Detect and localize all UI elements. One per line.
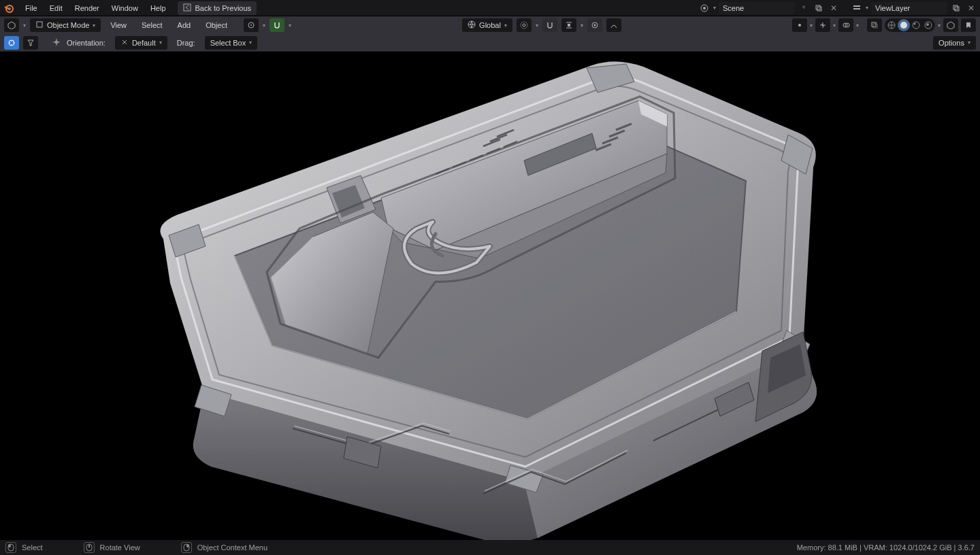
chevron-down-icon[interactable]: ▾ — [581, 22, 583, 29]
chevron-down-icon[interactable]: ▾ — [23, 22, 26, 29]
svg-rect-9 — [953, 5, 958, 10]
chevron-down-icon[interactable]: ▾ — [810, 22, 813, 29]
svg-rect-17 — [568, 24, 570, 27]
gizmo-icon[interactable] — [815, 18, 830, 32]
options-dropdown[interactable]: Options ▾ — [933, 36, 976, 50]
view-menu[interactable]: View — [105, 18, 132, 32]
mode-selector[interactable]: Object Mode ▾ — [30, 18, 101, 32]
proportional-falloff-icon[interactable] — [606, 18, 621, 32]
svg-point-15 — [523, 24, 525, 27]
pivot-icon[interactable] — [244, 18, 259, 32]
bookmark-icon[interactable] — [961, 18, 976, 32]
svg-point-27 — [913, 22, 919, 29]
svg-rect-2 — [184, 4, 191, 11]
svg-rect-5 — [816, 5, 820, 10]
svg-point-30 — [926, 23, 929, 26]
tool-settings-header: Orientation: Default ▾ Drag: Select Box … — [0, 34, 980, 52]
mouse-right-icon — [181, 542, 192, 553]
rendered-shading-icon[interactable] — [922, 19, 934, 31]
svg-rect-23 — [872, 22, 876, 27]
axis-icon — [120, 38, 129, 48]
status-select: Select — [5, 542, 43, 553]
svg-point-4 — [703, 7, 706, 10]
svg-rect-24 — [873, 24, 877, 28]
viewlayer-field[interactable]: ViewLayer — [871, 2, 947, 14]
chevron-down-icon[interactable]: ▾ — [856, 22, 859, 29]
svg-point-28 — [914, 23, 916, 25]
camera-view-icon[interactable] — [943, 18, 958, 32]
svg-rect-48 — [88, 545, 90, 548]
snap-magnet-icon[interactable] — [270, 18, 284, 32]
tool-settings-icon[interactable] — [4, 36, 19, 50]
back-to-previous-button[interactable]: Back to Previous — [178, 1, 257, 15]
svg-point-19 — [593, 24, 595, 27]
viewlayer-browse-icon[interactable] — [851, 2, 863, 14]
pivot-point-icon[interactable] — [517, 18, 532, 32]
svg-point-16 — [521, 22, 527, 29]
svg-point-20 — [798, 24, 801, 27]
filter-icon[interactable] — [23, 36, 38, 50]
menu-file[interactable]: File — [19, 1, 44, 15]
object-mode-icon — [35, 20, 44, 30]
chevron-down-icon: ▾ — [159, 39, 162, 46]
snap-icon[interactable] — [542, 18, 557, 32]
status-rotate: Rotate View — [84, 542, 140, 553]
snap-target-icon[interactable] — [561, 18, 576, 32]
chevron-down-icon[interactable]: ▾ — [263, 22, 265, 29]
chevron-down-icon[interactable]: ▾ — [536, 22, 538, 29]
material-shading-icon[interactable] — [910, 19, 922, 31]
chevron-down-icon: ▾ — [968, 39, 970, 46]
svg-rect-11 — [37, 22, 42, 27]
status-memory: Memory: 88.1 MiB | VRAM: 1024.0/1024.2 G… — [797, 543, 975, 552]
globe-icon — [468, 20, 476, 30]
proportional-edit-icon[interactable] — [587, 18, 602, 32]
object-menu[interactable]: Object — [200, 18, 233, 32]
svg-point-26 — [900, 22, 907, 29]
chevron-down-icon: ▾ — [93, 22, 95, 29]
orientation-value-dropdown[interactable]: Default ▾ — [115, 36, 167, 50]
status-context: Object Context Menu — [181, 542, 267, 553]
menu-window[interactable]: Window — [105, 1, 144, 15]
chevron-down-icon[interactable]: ▾ — [713, 5, 716, 11]
xray-icon[interactable] — [867, 18, 882, 32]
menu-edit[interactable]: Edit — [44, 1, 69, 15]
viewport-header: ▾ Object Mode ▾ View Select Add Object ▾… — [0, 16, 980, 34]
chevron-down-icon[interactable]: ▾ — [938, 22, 941, 29]
chevron-down-icon[interactable]: ▾ — [289, 22, 291, 29]
chevron-down-icon[interactable]: ▾ — [833, 22, 836, 29]
svg-rect-8 — [853, 8, 860, 10]
orientation-label: Orientation: — [65, 36, 111, 50]
viewport-3d[interactable] — [0, 52, 980, 540]
delete-viewlayer-icon[interactable]: ✕ — [965, 2, 977, 14]
menu-render[interactable]: Render — [69, 1, 105, 15]
mesh-select-mode-icon[interactable] — [792, 18, 807, 32]
orientation-dropdown[interactable]: Global ▾ — [462, 18, 512, 32]
topbar: File Edit Render Window Help Back to Pre… — [0, 0, 980, 16]
menu-help[interactable]: Help — [144, 1, 172, 15]
copy-viewlayer-icon[interactable] — [950, 2, 962, 14]
blender-logo-icon[interactable] — [3, 2, 15, 14]
svg-point-13 — [250, 24, 252, 26]
chevron-down-icon: ▾ — [504, 22, 507, 29]
svg-rect-7 — [853, 5, 860, 7]
overlays-icon[interactable] — [838, 18, 853, 32]
drag-value-dropdown[interactable]: Select Box ▾ — [205, 36, 258, 50]
pin-icon[interactable] — [798, 2, 810, 14]
statusbar: Select Rotate View Object Context Menu M… — [0, 540, 980, 555]
svg-rect-50 — [186, 544, 189, 548]
editor-type-icon[interactable] — [4, 18, 19, 32]
select-menu[interactable]: Select — [136, 18, 168, 32]
wireframe-shading-icon[interactable] — [885, 19, 898, 31]
add-menu[interactable]: Add — [172, 18, 197, 32]
delete-scene-icon[interactable]: ✕ — [828, 2, 840, 14]
svg-rect-46 — [8, 544, 11, 548]
chevron-down-icon[interactable]: ▾ — [866, 5, 868, 11]
back-label: Back to Previous — [195, 4, 252, 12]
scene-field[interactable]: Scene — [719, 2, 795, 14]
mouse-middle-icon — [84, 542, 95, 553]
scene-browse-icon[interactable] — [698, 2, 710, 14]
svg-rect-6 — [817, 7, 821, 11]
back-icon — [183, 3, 191, 13]
solid-shading-icon[interactable] — [898, 19, 910, 31]
copy-scene-icon[interactable] — [813, 2, 825, 14]
